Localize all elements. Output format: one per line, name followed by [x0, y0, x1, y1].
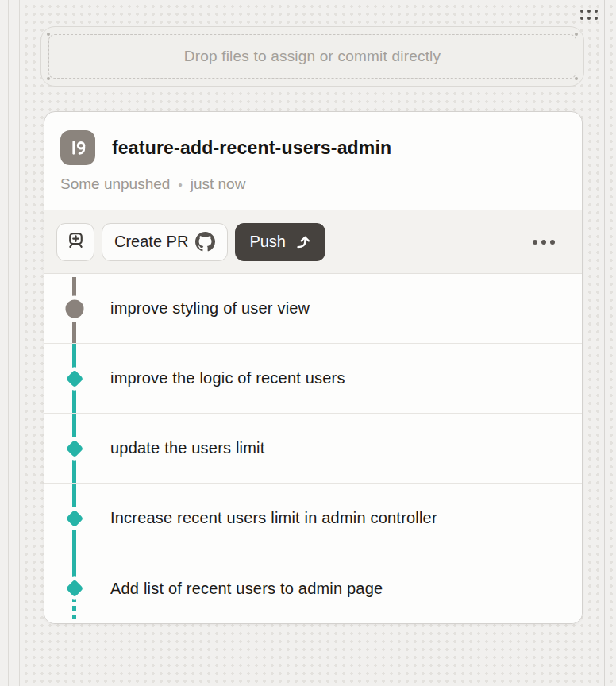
corner-dot: [47, 77, 50, 80]
branch-toolbar: Create PR Push: [44, 210, 582, 274]
corner-dot: [575, 77, 578, 80]
commit-row[interactable]: improve the logic of recent users: [44, 344, 582, 414]
commit-row[interactable]: Add list of recent users to admin page: [44, 553, 582, 623]
drag-handle-icon[interactable]: [580, 10, 598, 20]
corner-dot: [575, 33, 578, 36]
commit-message: improve the logic of recent users: [110, 369, 345, 387]
collapsed-panel-left-2[interactable]: [9, 0, 20, 686]
branch-card: feature-add-recent-users-admin Some unpu…: [44, 111, 583, 624]
last-commit-time: just now: [191, 175, 246, 193]
branch-header: feature-add-recent-users-admin Some unpu…: [44, 112, 582, 210]
drop-zone-label: Drop files to assign or commit directly: [184, 48, 441, 65]
github-icon: [195, 232, 215, 252]
commit-list: improve styling of user view improve the…: [44, 274, 582, 623]
local-commit-dot-icon: [65, 299, 83, 318]
drop-zone[interactable]: Drop files to assign or commit directly: [40, 26, 584, 87]
corner-dot: [47, 33, 50, 36]
commit-message: Add list of recent users to admin page: [110, 580, 383, 598]
arrow-up-icon: [294, 233, 311, 251]
branch-title[interactable]: feature-add-recent-users-admin: [112, 137, 391, 159]
drop-zone-dashed-area: Drop files to assign or commit directly: [48, 34, 576, 79]
branch-icon: [60, 130, 95, 165]
commit-message: Increase recent users limit in admin con…: [110, 509, 437, 527]
branch-meta: Some unpushed • just now: [60, 175, 566, 193]
create-pr-label: Create PR: [114, 233, 188, 251]
pushed-commit-diamond-icon: [65, 439, 83, 457]
commit-row[interactable]: Increase recent users limit in admin con…: [44, 484, 582, 553]
commit-message: improve styling of user view: [110, 299, 310, 318]
branch-lane: Drop files to assign or commit directly …: [20, 0, 605, 686]
pushed-commit-diamond-icon: [65, 369, 83, 387]
push-button[interactable]: Push: [235, 223, 325, 261]
collapsed-panel-left[interactable]: [0, 0, 9, 686]
new-commit-button[interactable]: [56, 223, 94, 261]
commit-row[interactable]: update the users limit: [44, 414, 582, 484]
new-commit-icon: [66, 230, 86, 254]
pushed-commit-diamond-icon: [65, 509, 83, 527]
push-label: Push: [249, 233, 286, 251]
pushed-commit-diamond-icon: [65, 580, 83, 598]
branch-menu-button[interactable]: [526, 233, 561, 251]
commit-row[interactable]: improve styling of user view: [44, 274, 582, 344]
adjacent-lane-edge: [605, 0, 614, 686]
commit-message: update the users limit: [110, 439, 265, 457]
ellipsis-icon: [533, 240, 555, 245]
create-pr-button[interactable]: Create PR: [102, 223, 228, 261]
meta-separator: •: [178, 178, 182, 191]
push-status-text: Some unpushed: [60, 175, 170, 193]
